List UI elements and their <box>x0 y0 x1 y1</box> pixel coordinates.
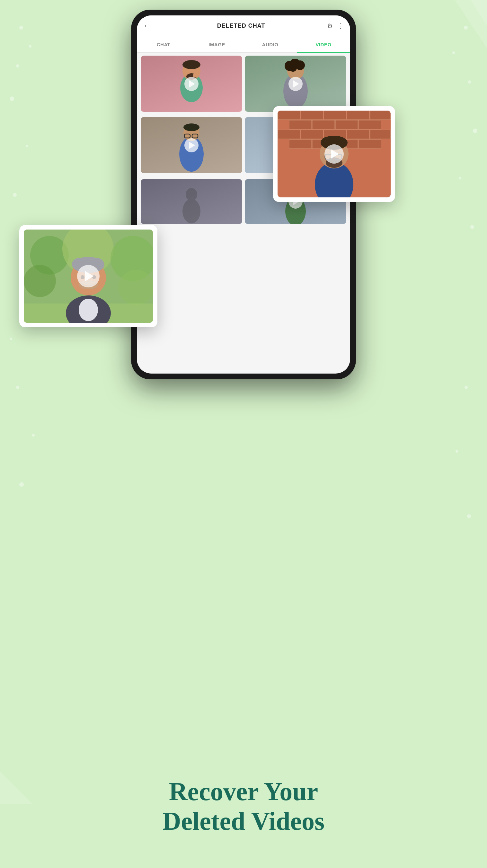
video-grid <box>137 53 350 374</box>
floating-card-1 <box>273 106 395 202</box>
floating-card-1-play[interactable] <box>324 144 344 164</box>
app-header: ← DELETED CHAT ⚙ ⋮ <box>137 16 350 36</box>
floating-card-2-play[interactable] <box>77 265 100 287</box>
tabs-bar: CHAT IMAGE AUDIO VIDEO <box>137 36 350 53</box>
video-thumb-3[interactable] <box>141 117 242 173</box>
svg-rect-34 <box>312 120 335 129</box>
bottom-section: Recover Your Deleted Videos <box>0 770 487 842</box>
play-button-3[interactable] <box>184 138 198 152</box>
svg-rect-28 <box>278 111 300 120</box>
video-thumb-5[interactable] <box>141 179 242 224</box>
settings-icon[interactable]: ⚙ <box>327 22 333 30</box>
svg-point-58 <box>24 265 56 297</box>
svg-point-23 <box>183 199 200 223</box>
svg-rect-29 <box>301 111 323 120</box>
svg-rect-33 <box>289 120 312 129</box>
person-silhouette-5 <box>178 186 204 224</box>
svg-rect-36 <box>358 120 381 129</box>
header-title: DELETED CHAT <box>155 23 327 29</box>
play-button-1[interactable] <box>184 77 198 91</box>
video-thumb-2[interactable] <box>245 56 346 112</box>
svg-point-13 <box>289 64 297 72</box>
recover-text-line1: Recover Your <box>6 777 481 806</box>
tab-video[interactable]: VIDEO <box>297 36 350 53</box>
tab-audio[interactable]: AUDIO <box>244 36 297 53</box>
svg-rect-32 <box>370 111 391 120</box>
svg-marker-0 <box>455 0 487 48</box>
svg-rect-45 <box>358 140 381 149</box>
recover-text-line2: Deleted Videos <box>6 806 481 836</box>
svg-rect-40 <box>347 130 369 139</box>
tab-image[interactable]: IMAGE <box>190 36 244 53</box>
svg-point-59 <box>119 270 153 305</box>
svg-rect-35 <box>335 120 358 129</box>
back-button[interactable]: ← <box>143 22 150 30</box>
svg-rect-42 <box>289 140 312 149</box>
svg-rect-38 <box>301 130 323 139</box>
svg-rect-41 <box>370 130 391 139</box>
svg-point-16 <box>184 123 199 131</box>
svg-point-5 <box>183 60 200 69</box>
floating-card-2 <box>19 225 157 327</box>
svg-marker-1 <box>471 0 487 26</box>
video-thumb-1[interactable] <box>141 56 242 112</box>
tab-chat[interactable]: CHAT <box>137 36 190 53</box>
svg-rect-30 <box>324 111 346 120</box>
more-options-icon[interactable]: ⋮ <box>337 22 344 30</box>
svg-point-62 <box>79 299 98 321</box>
play-button-2[interactable] <box>289 77 303 91</box>
svg-rect-37 <box>278 130 300 139</box>
svg-rect-31 <box>347 111 369 120</box>
